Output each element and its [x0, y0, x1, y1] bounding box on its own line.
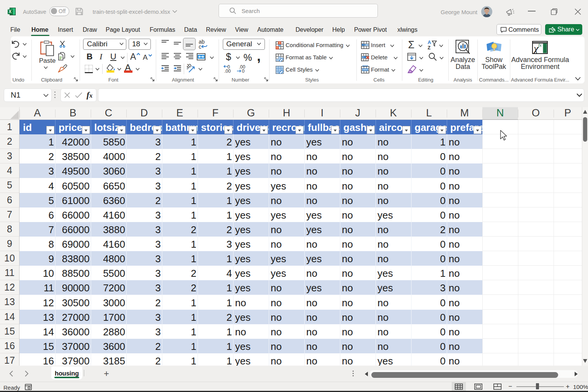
- svg-text:A: A: [428, 40, 431, 45]
- svg-text:χ: χ: [532, 42, 539, 54]
- svg-text:.00: .00: [224, 69, 231, 74]
- svg-text:c: c: [199, 44, 201, 50]
- svg-text:Z: Z: [428, 45, 431, 50]
- svg-text:A: A: [143, 53, 148, 61]
- svg-text:A: A: [130, 52, 136, 61]
- svg-text:fx: fx: [538, 42, 542, 48]
- svg-text:0: 0: [242, 69, 245, 74]
- svg-text:X: X: [9, 9, 11, 14]
